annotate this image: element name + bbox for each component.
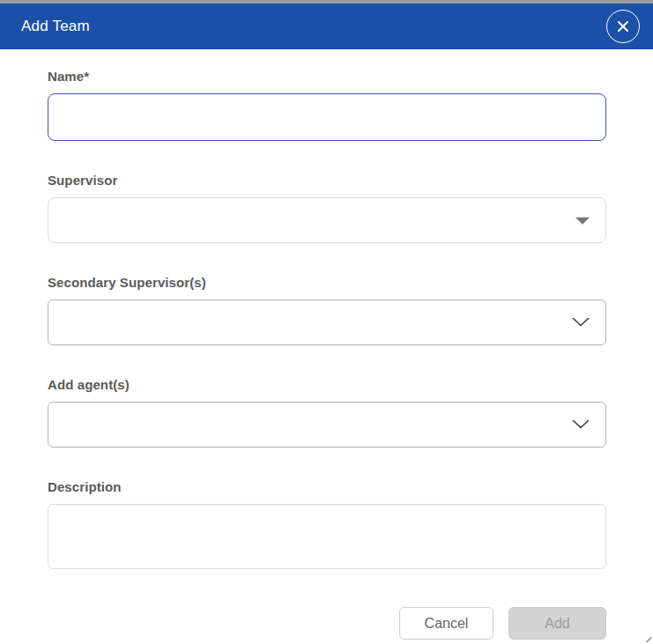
- agents-label: Add agent(s): [48, 377, 606, 392]
- chevron-down-icon: [572, 315, 590, 330]
- dialog-title: Add Team: [21, 18, 90, 35]
- description-label: Description: [48, 479, 606, 494]
- dialog-body: Name* Supervisor Secondary Supervisor(s)…: [0, 49, 653, 573]
- name-label: Name*: [48, 69, 606, 84]
- form-group-agents: Add agent(s): [48, 377, 606, 448]
- caret-down-icon: [575, 218, 590, 225]
- dialog-footer: Cancel Add: [0, 573, 653, 640]
- description-textarea[interactable]: [48, 504, 606, 569]
- agents-multiselect[interactable]: [48, 402, 606, 448]
- add-button[interactable]: Add: [508, 607, 606, 640]
- form-group-description: Description: [48, 479, 606, 573]
- close-button[interactable]: [606, 10, 640, 43]
- chevron-down-icon: [572, 417, 590, 433]
- dialog-header: Add Team: [0, 4, 653, 49]
- supervisor-label: Supervisor: [48, 173, 606, 188]
- close-icon: [616, 19, 630, 33]
- form-group-name: Name*: [48, 69, 606, 141]
- form-group-supervisor: Supervisor: [48, 173, 606, 243]
- secondary-supervisors-multiselect[interactable]: [48, 300, 606, 345]
- name-input[interactable]: [48, 93, 606, 141]
- supervisor-select[interactable]: [48, 197, 606, 243]
- form-group-secondary-supervisors: Secondary Supervisor(s): [48, 275, 606, 345]
- resize-grip[interactable]: [645, 636, 651, 642]
- cancel-button[interactable]: Cancel: [399, 607, 493, 640]
- secondary-supervisors-label: Secondary Supervisor(s): [48, 275, 606, 290]
